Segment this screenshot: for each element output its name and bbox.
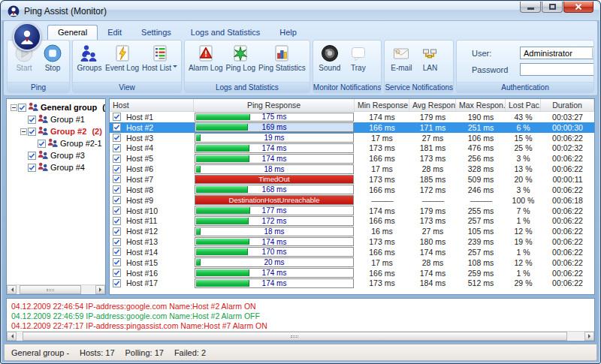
table-row[interactable]: Host #5174 ms166 ms173 ms256 ms3 %00:06:… xyxy=(110,153,594,164)
scroll-left-arrow[interactable] xyxy=(7,332,17,341)
avg-value: 184 ms xyxy=(409,278,456,287)
column-header-min-response[interactable]: Min Response ... xyxy=(355,99,409,111)
table-row[interactable]: Host #319 ms17 ms27 ms106 ms15 %00:06:22 xyxy=(110,133,594,143)
scroll-right-arrow[interactable] xyxy=(95,285,105,294)
table-row[interactable]: Host #7TimedOut173 ms185 ms509 ms20 %00:… xyxy=(110,174,594,185)
groups-button[interactable]: Groups xyxy=(75,42,104,74)
host-checkbox[interactable] xyxy=(110,144,124,152)
ping-statistics-button[interactable]: Ping Statistics xyxy=(257,42,307,74)
sound-button[interactable]: Sound xyxy=(316,42,344,74)
column-header-duration[interactable]: Duration xyxy=(541,99,594,111)
table-row[interactable]: Host #13174 ms173 ms180 ms239 ms19 %00:0… xyxy=(110,236,594,247)
column-header-avg-response[interactable]: Avg Respon... xyxy=(409,99,456,111)
ping-response-cell: 177 ms xyxy=(195,206,354,215)
tab-edit[interactable]: Edit xyxy=(98,26,131,40)
host-checkbox[interactable] xyxy=(110,258,124,266)
tree-item-group-4[interactable]: Group #4 xyxy=(7,161,105,173)
host-checkbox[interactable] xyxy=(110,196,124,204)
scroll-thumb[interactable] xyxy=(23,332,568,341)
table-row[interactable]: Host #2169 ms166 ms171 ms251 ms6 %00:00:… xyxy=(110,122,594,133)
host-checkbox[interactable] xyxy=(110,123,124,131)
tree-collapse-toggle[interactable] xyxy=(9,103,18,112)
ping-log-button[interactable]: Ping Log xyxy=(225,42,257,74)
tree-item-group-1[interactable]: Group #1 xyxy=(7,113,105,125)
close-button[interactable] xyxy=(563,2,593,13)
host-checkbox[interactable] xyxy=(110,238,124,246)
tree-checkbox[interactable] xyxy=(28,152,38,160)
user-select[interactable]: Administrator xyxy=(520,47,594,59)
minimize-button[interactable] xyxy=(520,2,541,13)
table-row[interactable]: Host #16174 ms166 ms174 ms259 ms1 %00:06… xyxy=(110,268,594,278)
host-list-button[interactable]: Host List xyxy=(140,42,179,74)
tree-item-general-group[interactable]: General group (2 xyxy=(7,101,105,113)
host-checkbox[interactable] xyxy=(110,185,124,194)
tree-horizontal-scrollbar[interactable] xyxy=(7,284,105,294)
event-log-button[interactable]: Event Log xyxy=(104,42,140,74)
max-value: 190 ms xyxy=(456,113,506,122)
scroll-right-arrow[interactable] xyxy=(584,332,594,341)
duration-value: 00:06:22 xyxy=(541,216,594,225)
host-checkbox[interactable] xyxy=(110,113,124,121)
host-name: Host #15 xyxy=(124,258,194,267)
password-field[interactable] xyxy=(520,63,594,76)
host-checkbox[interactable] xyxy=(110,269,124,277)
tree-checkbox[interactable] xyxy=(18,104,28,112)
lost-value: 1 % xyxy=(506,269,541,278)
host-checkbox[interactable] xyxy=(110,279,124,287)
host-checkbox[interactable] xyxy=(110,217,124,225)
tree-checkbox[interactable] xyxy=(28,164,38,172)
tree-checkbox[interactable] xyxy=(28,128,38,136)
table-row[interactable]: Host #618 ms17 ms28 ms328 ms13 %00:06:22 xyxy=(110,164,594,174)
duration-value: 00:06:22 xyxy=(541,269,594,278)
tree-item-group-2[interactable]: Group #2 (2) xyxy=(7,125,105,137)
host-name: Host #3 xyxy=(124,134,194,143)
host-checkbox[interactable] xyxy=(110,248,124,256)
table-row[interactable]: Host #10177 ms174 ms179 ms255 ms7 %00:06… xyxy=(110,206,594,216)
titlebar[interactable]: Ping Assist (Monitor) xyxy=(2,2,599,20)
min-value: 173 ms xyxy=(355,143,409,152)
tree-item-group-3[interactable]: Group #3 xyxy=(7,149,105,161)
lost-value: 7 % xyxy=(506,206,541,215)
host-checkbox[interactable] xyxy=(110,227,124,236)
tab-help[interactable]: Help xyxy=(270,26,307,40)
column-header-ping-response[interactable]: Ping Response xyxy=(194,99,355,111)
app-menu-button[interactable] xyxy=(13,23,41,51)
table-row[interactable]: Host #1520 ms17 ms28 ms108 ms12 %00:06:2… xyxy=(110,257,594,268)
host-checkbox[interactable] xyxy=(110,206,124,215)
table-row[interactable]: Host #1218 ms16 ms27 ms105 ms12 %00:06:2… xyxy=(110,226,594,236)
host-checkbox[interactable] xyxy=(110,165,124,173)
tree-item-group-2-1[interactable]: Group #2-1 xyxy=(7,137,105,149)
scroll-left-arrow[interactable] xyxy=(7,285,17,294)
tab-logs-and-statistics[interactable]: Logs and Statistics xyxy=(181,26,270,40)
scroll-thumb[interactable] xyxy=(20,285,81,294)
column-header-lost-packets[interactable]: Lost Pac... xyxy=(506,99,541,111)
host-checkbox[interactable] xyxy=(110,155,124,163)
tree-checkbox[interactable] xyxy=(28,116,38,124)
table-row[interactable]: Host #8168 ms166 ms172 ms246 ms3 %00:06:… xyxy=(110,185,594,195)
tray-button[interactable]: Tray xyxy=(344,42,373,74)
stop-button[interactable]: Stop xyxy=(38,42,67,74)
maximize-button[interactable] xyxy=(542,2,563,13)
max-value: ——— xyxy=(456,196,506,205)
table-row[interactable]: Host #17174 ms173 ms184 ms512 ms29 %00:0… xyxy=(110,278,594,289)
tree-collapse-toggle[interactable] xyxy=(19,127,28,136)
tree-checkbox[interactable] xyxy=(38,140,47,148)
column-header-max-response[interactable]: Max Respon... xyxy=(456,99,506,111)
min-value: 173 ms xyxy=(355,237,409,246)
e-mail-button[interactable]: E-mail xyxy=(387,42,415,74)
table-row[interactable]: Host #1175 ms174 ms179 ms190 ms43 %00:03… xyxy=(110,112,594,122)
tab-settings[interactable]: Settings xyxy=(131,26,181,40)
lan-button[interactable]: LAN xyxy=(415,42,444,74)
alarm-log-button[interactable]: Alarm Log xyxy=(187,42,225,74)
column-header-host[interactable]: Host xyxy=(110,99,194,111)
host-checkbox[interactable] xyxy=(110,134,124,142)
status-hosts: Hosts: 17 xyxy=(80,348,114,357)
table-row[interactable]: Host #14170 ms166 ms174 ms257 ms1 %00:06… xyxy=(110,247,594,257)
table-row[interactable]: Host #4174 ms173 ms181 ms476 ms25 %00:02… xyxy=(110,143,594,154)
log-horizontal-scrollbar[interactable] xyxy=(7,331,594,341)
tab-general[interactable]: General xyxy=(47,25,98,40)
chevron-down-icon[interactable] xyxy=(592,48,594,58)
table-row[interactable]: Host #11172 ms166 ms173 ms257 ms1 %00:06… xyxy=(110,215,594,226)
host-checkbox[interactable] xyxy=(110,175,124,183)
table-row[interactable]: Host #9DestinationHostUnreachable———————… xyxy=(110,195,594,206)
